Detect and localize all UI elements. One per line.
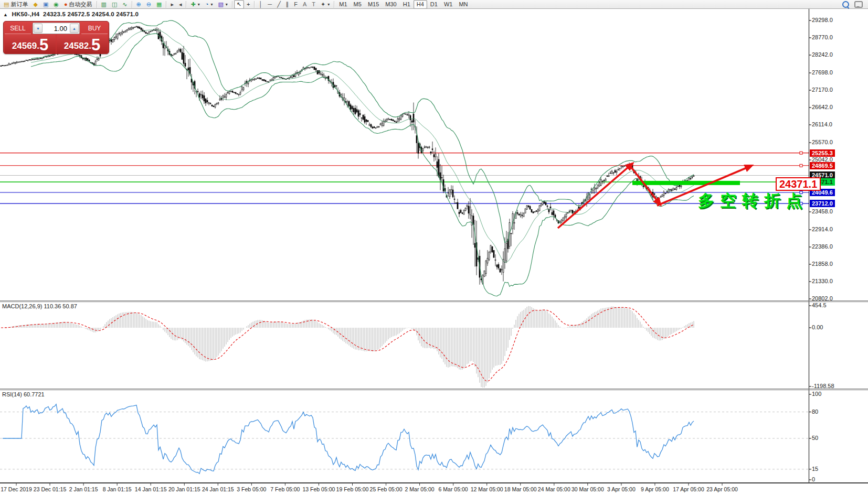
time-tick-label: 17 Dec 2019 [1,486,32,492]
volume-increase-button[interactable]: ▲ [70,24,79,33]
trend-arrow-2[interactable] [631,167,660,205]
buy-label-button[interactable]: BUY [81,23,108,34]
level-price-label-23712.0: 23712.0 [810,200,835,207]
add-indicator-button[interactable]: ✚▾ [188,0,202,9]
timeframe-m1-button[interactable]: M1 [336,0,350,9]
timeframe-w1-button[interactable]: W1 [441,0,456,9]
volume-spinner: ▼ 1.00 ▲ [33,23,80,34]
autotrading-button[interactable]: ●自动交易 [61,0,95,9]
line-chart-icon: ∿ [122,2,127,7]
crosshair-button[interactable]: + [244,0,252,9]
zoom-in-button[interactable]: ⊕ [134,0,144,9]
horizontal-line-icon: ─ [268,2,272,7]
text-label-button[interactable]: T [309,0,318,9]
toolbar-separator [132,1,132,8]
symbol-ohlc-values: 24323.5 24572.5 24254.0 24571.0 [43,11,139,17]
search-icon[interactable] [842,1,849,8]
rsi-line [3,404,694,474]
new-order-button[interactable]: ▤新订单 [1,0,30,9]
support-highlight-band[interactable] [632,181,740,185]
line-chart-button[interactable]: ∿ [120,0,130,9]
toolbar-separator [166,1,166,8]
timeframe-h1-button[interactable]: H1 [400,0,414,9]
volume-decrease-button[interactable]: ▼ [34,24,43,33]
macd-histogram [1,306,694,389]
zoom-out-button[interactable]: ⊖ [144,0,154,9]
timeframe-m5-button[interactable]: M5 [351,0,365,9]
time-tick-label: 24 Jan 01:15 [202,486,234,492]
crosshair-icon: + [247,2,250,7]
main-price-pane[interactable] [0,20,809,296]
fibonacci-button[interactable]: F [291,0,300,9]
buy-price-button[interactable]: 24582.5 [57,35,108,54]
shift-chart-button[interactable]: ▸ [168,0,176,9]
rsi-tick-label: 80 [812,408,818,415]
symbol-collapse-icon[interactable]: ▲ [3,12,8,17]
level-price-label-25255.3: 25255.3 [810,149,835,157]
chevron-down-icon[interactable]: ▾ [327,2,330,7]
auto-scroll-icon: ◂ [179,2,182,7]
auto-scroll-button[interactable]: ◂ [176,0,185,9]
time-tick-label: 24 Mar 05:00 [538,486,570,492]
autotrading-globe-icon: ● [64,2,68,7]
time-tick-label: 9 Apr 05:00 [641,486,669,492]
shift-chart-icon: ▸ [171,2,174,7]
templates-button[interactable]: ▧▾ [215,0,230,9]
chevron-down-icon[interactable]: ▾ [226,2,228,7]
time-tick-label: 2 Mar 05:00 [405,486,435,492]
cursor-icon: ↖ [237,2,241,7]
volume-input[interactable]: 1.00 [43,23,69,34]
tile-windows-icon: ▦ [156,2,162,7]
price-tick-label: 28770.0 [812,34,833,40]
timeframe-d1-button[interactable]: D1 [427,0,441,9]
time-tick-label: 20 Jan 01:15 [168,486,200,492]
chevron-down-icon[interactable]: ▾ [210,2,213,7]
fibonacci-icon: F [294,2,298,7]
channel-button[interactable]: ∥ [283,0,292,9]
price-target-annotation[interactable]: 24371.1 [776,177,821,191]
candlestick-chart-button[interactable]: ◫ [109,0,120,9]
level-handle[interactable] [800,152,802,154]
rsi-tick-label: 0 [812,476,815,482]
chevron-down-icon[interactable]: ▾ [198,2,200,7]
level-handle[interactable] [800,164,802,167]
candlestick-icon: ◫ [112,2,117,7]
horizontal-line-button[interactable]: ─ [265,0,274,9]
macd-tick-label: 454.5 [812,302,827,308]
arrows-tool-button[interactable]: ✦▾ [318,0,332,9]
periods-button[interactable]: ◔▾ [203,0,216,9]
alerts-button[interactable]: ◆ [30,0,40,9]
mailbox-button[interactable]: ▣ [40,0,51,9]
sell-label-button[interactable]: SELL [5,23,31,34]
price-tick-label: 26642.0 [812,104,833,110]
time-tick-label: 13 Feb 05:00 [302,486,335,492]
time-tick-label: 3 Feb 05:00 [237,486,266,492]
cursor-button[interactable]: ↖ [234,0,244,9]
timeframe-h4-button[interactable]: H4 [414,0,427,9]
bar-chart-button[interactable]: ▥ [99,0,109,9]
price-tick-label: 22914.0 [812,226,833,232]
vertical-line-button[interactable]: │ [256,0,265,9]
time-tick-label: 7 Feb 05:00 [270,486,300,492]
tile-windows-button[interactable]: ▦ [154,0,164,9]
macd-tick-label: -1198.58 [812,383,834,389]
trendline-button[interactable]: ╱ [274,0,283,9]
price-tick-label: 21858.0 [812,261,833,267]
timeframe-m30-button[interactable]: M30 [382,0,399,9]
chart-canvas[interactable] [0,0,868,495]
rsi-pane[interactable] [0,404,809,474]
macd-pane[interactable] [1,306,694,389]
price-tick-label: 22386.0 [812,243,833,250]
text-button[interactable]: A [300,0,309,9]
speaker-icon: ◉ [54,2,59,7]
candlestick-series [1,26,694,285]
sell-price-button[interactable]: 24569.5 [5,35,56,54]
timeframe-m15-button[interactable]: M15 [365,0,382,9]
timeframe-mn-button[interactable]: MN [456,0,471,9]
mailbox-icon: ▣ [43,2,48,7]
text-label-icon: T [312,2,315,7]
news-button[interactable]: ◉ [51,0,61,9]
trend-arrow-1[interactable] [558,164,632,228]
turning-point-annotation[interactable]: 多空转折点 [698,190,808,212]
chat-icon[interactable] [854,1,863,8]
